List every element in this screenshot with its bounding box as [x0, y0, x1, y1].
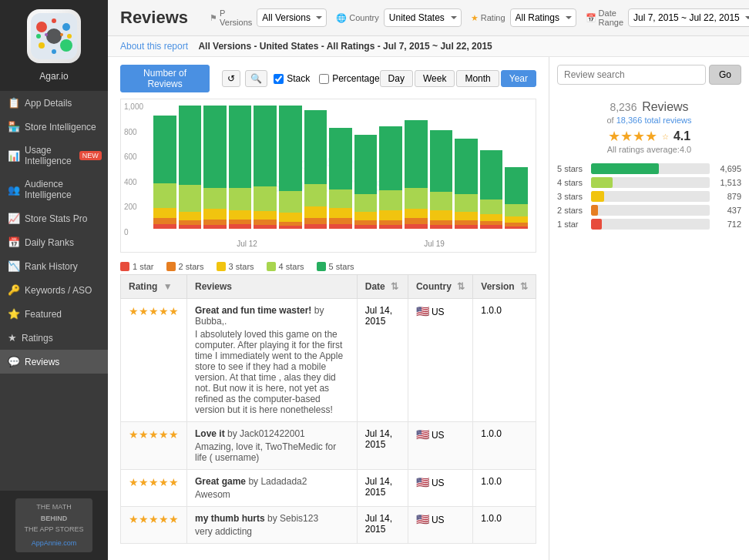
cell-review: Great game by Ladadada2 Awesom: [187, 470, 358, 507]
bar-segment: [405, 218, 428, 224]
daily-ranks-icon: 📅: [8, 236, 20, 248]
bar-segment: [153, 224, 176, 229]
chart-controls: Number of Reviews ↺ 🔍 Stack Percentage: [120, 65, 536, 92]
month-btn[interactable]: Month: [456, 70, 499, 87]
star-bar-row: 5 stars 4,695: [557, 163, 741, 174]
bar-segment: [480, 225, 503, 229]
bar-segment: [153, 218, 176, 224]
right-panel: Go 8,236 Reviews of 18,366 total reviews…: [549, 57, 749, 560]
total-reviews-link[interactable]: 18,366 total reviews: [616, 116, 692, 125]
bar-segment: [279, 191, 302, 213]
bar-segment: [254, 186, 277, 211]
number-of-reviews-btn[interactable]: Number of Reviews: [120, 65, 210, 92]
versions-select[interactable]: All Versions: [257, 8, 327, 27]
app-details-icon: 📋: [8, 97, 20, 109]
content-area: Number of Reviews ↺ 🔍 Stack Percentage: [108, 57, 749, 560]
percentage-checkbox[interactable]: [319, 74, 329, 84]
country-select[interactable]: United States: [384, 8, 462, 27]
date-range-filter-group: 📅 Date Range Jul 7, 2015 ~ Jul 22, 2015: [586, 8, 749, 27]
app-icon: [27, 9, 81, 63]
page-title: Reviews: [120, 8, 188, 28]
cell-date: Jul 14, 2015: [357, 470, 408, 507]
week-btn[interactable]: Week: [415, 70, 455, 87]
bar-segment: [405, 188, 428, 209]
store-stats-pro-icon: 📈: [8, 213, 20, 224]
date-range-select[interactable]: Jul 7, 2015 ~ Jul 22, 2015: [628, 8, 749, 27]
svg-point-11: [60, 33, 63, 36]
bar-segment: [329, 189, 352, 208]
bar-segment: [505, 204, 528, 216]
star-count: 1,513: [714, 178, 741, 187]
star-label: 2 stars: [557, 206, 586, 215]
sidebar-item-reviews[interactable]: 💬 Reviews: [0, 350, 108, 374]
sidebar-item-app-details[interactable]: 📋 App Details: [0, 91, 108, 115]
zoom-btn[interactable]: 🔍: [245, 70, 267, 87]
review-search-input[interactable]: [557, 65, 706, 85]
avg-rating-num: 4.1: [673, 129, 690, 143]
legend-dot-4stars: [267, 262, 276, 271]
col-date[interactable]: Date ⇅: [357, 275, 408, 299]
svg-point-3: [62, 23, 70, 31]
cell-date: Jul 14, 2015: [357, 422, 408, 470]
legend-dot-3stars: [217, 262, 226, 271]
col-rating[interactable]: Rating ▼: [121, 275, 187, 299]
bar-segment: [304, 218, 327, 224]
bar-segment: [304, 224, 327, 229]
rating-label: ★ Rating: [471, 13, 505, 23]
sidebar-item-rank-history[interactable]: 📉 Rank History: [0, 254, 108, 278]
bar-group: [254, 106, 277, 229]
cell-version: 1.0.0: [473, 299, 536, 422]
star-bar-row: 1 star 712: [557, 219, 741, 230]
bar-segment: [480, 214, 503, 222]
star-bar-fill: [591, 205, 598, 216]
cell-rating: ★★★★★: [121, 299, 187, 422]
reset-btn[interactable]: ↺: [222, 70, 240, 87]
time-buttons: Day Week Month Year: [380, 70, 536, 87]
col-country[interactable]: Country ⇅: [408, 275, 472, 299]
sidebar-item-keywords-aso[interactable]: 🔑 Keywords / ASO: [0, 278, 108, 302]
svg-point-4: [39, 42, 45, 49]
star-count: 712: [714, 220, 741, 229]
bar-segment: [153, 208, 176, 218]
sidebar-item-usage-intelligence[interactable]: 📊 Usage Intelligence NEW: [0, 139, 108, 173]
sidebar-item-store-stats-pro[interactable]: 📈 Store Stats Pro: [0, 206, 108, 230]
go-button[interactable]: Go: [709, 65, 741, 85]
col-version[interactable]: Version ⇅: [473, 275, 536, 299]
sidebar-item-daily-ranks[interactable]: 📅 Daily Ranks: [0, 230, 108, 254]
rating-select[interactable]: All Ratings: [510, 8, 576, 27]
report-description: All Versions - United States - All Ratin…: [198, 41, 492, 52]
stack-checkbox[interactable]: [274, 74, 284, 84]
percentage-checkbox-label[interactable]: Percentage: [319, 73, 379, 84]
stack-checkbox-label[interactable]: Stack: [274, 73, 310, 84]
sidebar-item-store-intelligence[interactable]: 🏪 Store Intelligence: [0, 115, 108, 139]
page-header: Reviews ⚑ P Versions All Versions 🌐 Coun…: [108, 0, 749, 36]
avg-stars-row: ★★★★ ☆ 4.1: [557, 128, 741, 145]
bar-segment: [203, 225, 227, 229]
legend-2stars: 2 stars: [166, 262, 204, 271]
bar-segment: [229, 188, 252, 211]
about-report-link[interactable]: About this report: [120, 41, 188, 52]
day-btn[interactable]: Day: [380, 70, 413, 87]
year-btn[interactable]: Year: [501, 70, 536, 87]
bar-segment: [254, 106, 277, 186]
cell-rating: ★★★★★: [121, 507, 187, 544]
bar-segment: [329, 224, 352, 229]
table-row: ★★★★★ my thumb hurts by Sebis123 very ad…: [121, 507, 536, 544]
bar-segment: [455, 225, 478, 229]
bar-segment: [229, 106, 252, 188]
bar-group: [329, 106, 352, 229]
sidebar-item-audience-intelligence[interactable]: 👥 Audience Intelligence: [0, 173, 108, 206]
bar-segment: [203, 220, 227, 226]
bar-segment: [379, 190, 402, 210]
star-bar-bg: [591, 163, 710, 174]
sidebar-item-featured[interactable]: ⭐ Featured: [0, 302, 108, 326]
cell-review: Great and fun time waster! by Bubba,. I …: [187, 299, 358, 422]
legend-dot-2stars: [166, 262, 176, 271]
cell-review: Love it by Jack012422001 Amazing, love i…: [187, 422, 358, 470]
bar-segment: [279, 226, 302, 229]
bar-segment: [455, 212, 478, 220]
sidebar-item-ratings[interactable]: ★ Ratings: [0, 326, 108, 350]
bar-group: [455, 106, 478, 229]
svg-point-9: [67, 34, 72, 39]
col-reviews[interactable]: Reviews: [187, 275, 358, 299]
